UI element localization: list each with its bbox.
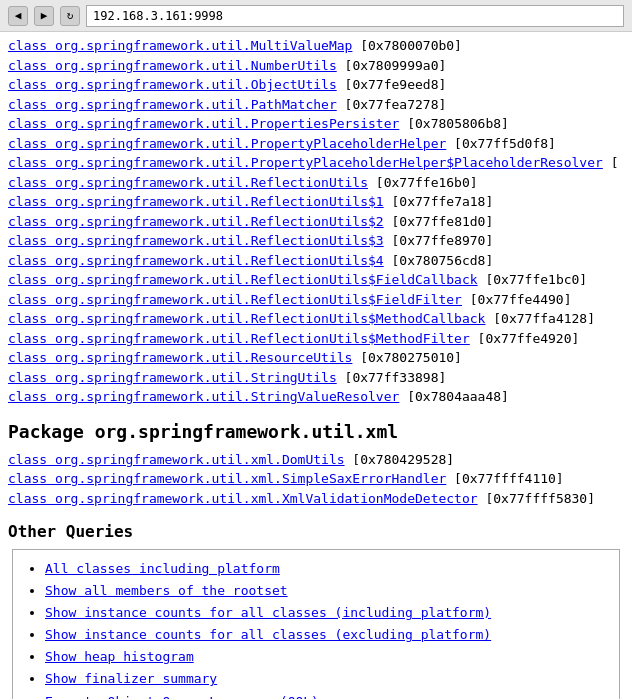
util-class-line: class org.springframework.util.PathMatch… xyxy=(8,95,624,115)
util-class-link[interactable]: class org.springframework.util.ObjectUti… xyxy=(8,77,337,92)
util-class-link[interactable]: class org.springframework.util.Reflectio… xyxy=(8,331,470,346)
util-class-line: class org.springframework.util.NumberUti… xyxy=(8,56,624,76)
query-link[interactable]: Show finalizer summary xyxy=(45,671,217,686)
util-class-link[interactable]: class org.springframework.util.Reflectio… xyxy=(8,311,485,326)
query-link[interactable]: Execute Object Query Language (OQL) quer… xyxy=(45,694,366,699)
other-queries-heading: Other Queries xyxy=(8,522,624,541)
util-class-link[interactable]: class org.springframework.util.PropertyP… xyxy=(8,136,446,151)
list-item: Show instance counts for all classes (ex… xyxy=(45,624,611,646)
queries-box: All classes including platformShow all m… xyxy=(12,549,620,699)
util-class-line: class org.springframework.util.StringVal… xyxy=(8,387,624,407)
util-class-line: class org.springframework.util.Reflectio… xyxy=(8,309,624,329)
content: class org.springframework.util.MultiValu… xyxy=(0,32,632,699)
query-link[interactable]: Show instance counts for all classes (in… xyxy=(45,605,491,620)
util-class-link[interactable]: class org.springframework.util.MultiValu… xyxy=(8,38,352,53)
util-class-link[interactable]: class org.springframework.util.StringVal… xyxy=(8,389,399,404)
list-item: Show finalizer summary xyxy=(45,668,611,690)
util-class-line: class org.springframework.util.Reflectio… xyxy=(8,270,624,290)
util-class-link[interactable]: class org.springframework.util.PathMatch… xyxy=(8,97,337,112)
util-class-link[interactable]: class org.springframework.util.Reflectio… xyxy=(8,233,384,248)
util-class-line: class org.springframework.util.StringUti… xyxy=(8,368,624,388)
queries-list: All classes including platformShow all m… xyxy=(29,558,611,699)
query-link[interactable]: Show instance counts for all classes (ex… xyxy=(45,627,491,642)
list-item: Show heap histogram xyxy=(45,646,611,668)
xml-class-list: class org.springframework.util.xml.DomUt… xyxy=(8,450,624,509)
xml-class-link[interactable]: class org.springframework.util.xml.Simpl… xyxy=(8,471,446,486)
util-class-link[interactable]: class org.springframework.util.Reflectio… xyxy=(8,214,384,229)
util-class-line: class org.springframework.util.Reflectio… xyxy=(8,251,624,271)
util-class-line: class org.springframework.util.Reflectio… xyxy=(8,212,624,232)
xml-class-line: class org.springframework.util.xml.XmlVa… xyxy=(8,489,624,509)
list-item: All classes including platform xyxy=(45,558,611,580)
list-item: Show instance counts for all classes (in… xyxy=(45,602,611,624)
util-class-link[interactable]: class org.springframework.util.Reflectio… xyxy=(8,272,478,287)
util-class-line: class org.springframework.util.Reflectio… xyxy=(8,192,624,212)
util-class-line: class org.springframework.util.PropertyP… xyxy=(8,134,624,154)
util-class-link[interactable]: class org.springframework.util.Reflectio… xyxy=(8,194,384,209)
query-link[interactable]: Show heap histogram xyxy=(45,649,194,664)
back-button[interactable]: ◀ xyxy=(8,6,28,26)
util-class-link[interactable]: class org.springframework.util.Propertie… xyxy=(8,116,399,131)
xml-section-heading: Package org.springframework.util.xml xyxy=(8,421,624,442)
util-class-line: class org.springframework.util.ObjectUti… xyxy=(8,75,624,95)
query-link[interactable]: All classes including platform xyxy=(45,561,280,576)
list-item: Show all members of the rootset xyxy=(45,580,611,602)
query-link[interactable]: Show all members of the rootset xyxy=(45,583,288,598)
util-class-link[interactable]: class org.springframework.util.Reflectio… xyxy=(8,292,462,307)
util-class-line: class org.springframework.util.PropertyP… xyxy=(8,153,624,173)
util-class-line: class org.springframework.util.ResourceU… xyxy=(8,348,624,368)
list-item: Execute Object Query Language (OQL) quer… xyxy=(45,691,611,699)
browser-bar: ◀ ▶ ↻ xyxy=(0,0,632,32)
util-class-link[interactable]: class org.springframework.util.Reflectio… xyxy=(8,253,384,268)
forward-button[interactable]: ▶ xyxy=(34,6,54,26)
util-class-line: class org.springframework.util.Reflectio… xyxy=(8,173,624,193)
util-class-link[interactable]: class org.springframework.util.NumberUti… xyxy=(8,58,337,73)
xml-class-link[interactable]: class org.springframework.util.xml.XmlVa… xyxy=(8,491,478,506)
util-class-line: class org.springframework.util.MultiValu… xyxy=(8,36,624,56)
util-class-line: class org.springframework.util.Reflectio… xyxy=(8,290,624,310)
util-class-link[interactable]: class org.springframework.util.ResourceU… xyxy=(8,350,352,365)
xml-class-line: class org.springframework.util.xml.Simpl… xyxy=(8,469,624,489)
util-class-line: class org.springframework.util.Propertie… xyxy=(8,114,624,134)
util-class-line: class org.springframework.util.Reflectio… xyxy=(8,231,624,251)
util-class-line: class org.springframework.util.Reflectio… xyxy=(8,329,624,349)
util-class-list: class org.springframework.util.MultiValu… xyxy=(8,36,624,407)
util-class-link[interactable]: class org.springframework.util.Reflectio… xyxy=(8,175,368,190)
refresh-button[interactable]: ↻ xyxy=(60,6,80,26)
xml-class-line: class org.springframework.util.xml.DomUt… xyxy=(8,450,624,470)
util-class-link[interactable]: class org.springframework.util.StringUti… xyxy=(8,370,337,385)
xml-class-link[interactable]: class org.springframework.util.xml.DomUt… xyxy=(8,452,345,467)
address-bar[interactable] xyxy=(86,5,624,27)
util-class-link[interactable]: class org.springframework.util.PropertyP… xyxy=(8,155,603,170)
